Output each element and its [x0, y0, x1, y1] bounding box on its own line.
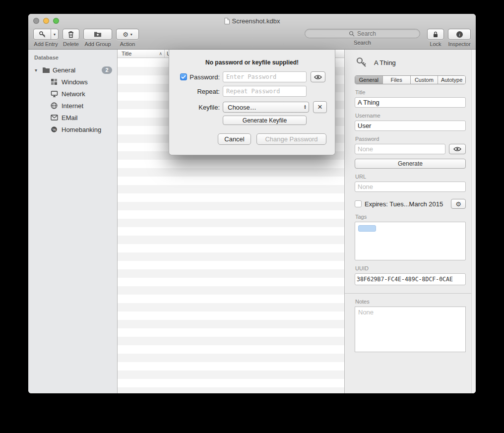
tags-box[interactable] — [355, 222, 466, 260]
trash-icon — [67, 31, 74, 38]
inspector-tabs: General Files Custom Autotype — [355, 75, 466, 84]
sidebar: Database ▾ General 2 Windows Network — [28, 50, 118, 393]
change-password-sheet: No password or keyfile supplied! Passwor… — [169, 50, 335, 155]
sheet-repeat-row: Repeat: — [169, 86, 335, 97]
key-icon — [356, 57, 368, 68]
generate-password-button[interactable]: Generate — [355, 159, 466, 169]
password-field[interactable] — [355, 144, 445, 154]
show-password-button[interactable] — [311, 71, 325, 82]
uuid-label: UUID — [355, 265, 466, 271]
inspector-scrollbar[interactable] — [471, 50, 476, 393]
cancel-button[interactable]: Cancel — [218, 133, 251, 145]
divider — [345, 293, 476, 294]
lock-icon — [432, 31, 439, 38]
show-password-button[interactable] — [449, 144, 466, 154]
check-icon — [181, 75, 186, 79]
info-icon: i — [456, 31, 463, 38]
eye-icon — [314, 74, 322, 80]
expires-label: Expires: Tues...March 2015 — [365, 200, 443, 208]
sidebar-item-label: Windows — [62, 78, 88, 86]
stepper-arrows-icon: ▲▼ — [304, 105, 307, 110]
repeat-password-field[interactable] — [223, 86, 307, 97]
username-label: Username — [355, 113, 466, 119]
envelope-icon — [50, 114, 58, 122]
titlebar: Screenshot.kdbx — [28, 14, 476, 28]
window-chrome: Screenshot.kdbx ▾ Add Entry — [28, 14, 476, 50]
toolbar-item-delete: Delete — [63, 29, 79, 47]
uuid-field[interactable] — [355, 273, 466, 285]
close-button[interactable] — [33, 18, 39, 24]
add-group-button[interactable] — [83, 29, 112, 40]
toolbar-item-action: ⚙ ▾ Action — [116, 29, 139, 47]
gear-icon: ⚙ — [455, 201, 461, 207]
lock-button[interactable] — [427, 29, 444, 40]
title-field[interactable] — [355, 97, 466, 108]
sidebar-item-general[interactable]: ▾ General 2 — [28, 64, 117, 76]
disclosure-triangle-icon[interactable]: ▾ — [35, 67, 40, 73]
add-entry-dropdown-arrow[interactable]: ▾ — [51, 29, 58, 39]
tab-custom[interactable]: Custom — [411, 76, 439, 84]
sheet-keyfile-row: Keyfile: Choose… ▲▼ × — [169, 101, 335, 113]
group-count-badge: 2 — [102, 66, 112, 74]
notes-field[interactable]: None — [355, 307, 466, 352]
svg-text:%: % — [52, 127, 56, 132]
toolbar-item-add-group: Add Group — [83, 29, 112, 47]
password-label: Password — [355, 136, 466, 142]
search-placeholder: Search — [357, 30, 376, 37]
url-field[interactable] — [355, 182, 466, 192]
sort-ascending-icon: ∧ — [159, 51, 162, 56]
toolbar-item-inspector: i Inspector — [448, 29, 471, 47]
add-entry-button[interactable]: ▾ — [33, 29, 59, 40]
globe-icon — [50, 102, 58, 110]
search-icon — [349, 31, 355, 37]
folder-icon — [42, 66, 50, 74]
minimize-button[interactable] — [43, 18, 49, 24]
password-checkbox[interactable] — [180, 73, 187, 80]
notes-label: Notes — [355, 299, 466, 305]
sidebar-item-label: General — [53, 66, 75, 74]
tab-autotype[interactable]: Autotype — [438, 76, 465, 84]
keyfile-dropdown[interactable]: Choose… ▲▼ — [223, 102, 309, 113]
inspector-button[interactable]: i — [448, 29, 471, 40]
change-password-button[interactable]: Change Password — [256, 133, 326, 145]
username-field[interactable] — [355, 121, 466, 131]
coin-percent-icon: % — [50, 125, 58, 133]
sidebar-item-label: Network — [62, 90, 85, 98]
sidebar-item-homebanking[interactable]: % Homebanking — [28, 124, 117, 135]
windows-grid-icon — [50, 78, 58, 86]
sidebar-item-label: EMail — [62, 114, 78, 122]
search-input[interactable]: Search — [305, 29, 420, 38]
sheet-message: No password or keyfile supplied! — [169, 59, 335, 66]
password-row — [355, 144, 466, 154]
url-label: URL — [355, 174, 466, 180]
window-title: Screenshot.kdbx — [224, 17, 280, 25]
title-label: Title — [355, 89, 466, 95]
sidebar-item-label: Internet — [62, 102, 83, 110]
sheet-keyfile-label: Keyfile: — [198, 104, 220, 111]
delete-button[interactable] — [63, 29, 79, 40]
expires-checkbox[interactable] — [355, 200, 362, 207]
traffic-lights — [33, 18, 59, 24]
tab-general[interactable]: General — [355, 76, 383, 84]
document-icon — [224, 18, 230, 24]
app-window: Screenshot.kdbx ▾ Add Entry — [28, 14, 476, 393]
enter-password-field[interactable] — [223, 71, 307, 82]
zoom-button[interactable] — [53, 18, 59, 24]
toolbar-item-lock: Lock — [427, 29, 444, 47]
sheet-password-label: Password: — [189, 73, 220, 81]
tag-chip[interactable] — [358, 225, 376, 232]
sidebar-item-windows[interactable]: Windows — [28, 76, 117, 88]
tab-files[interactable]: Files — [383, 76, 411, 84]
expires-settings-button[interactable]: ⚙ — [451, 199, 466, 209]
gear-icon: ⚙ — [123, 31, 128, 38]
action-button[interactable]: ⚙ ▾ — [116, 29, 139, 40]
column-header-title[interactable]: Title ∧ — [118, 50, 165, 58]
sidebar-item-email[interactable]: EMail — [28, 112, 117, 124]
folder-plus-icon — [94, 31, 102, 38]
inspector-content: A Thing General Files Custom Autotype Ti… — [345, 50, 476, 352]
monitor-icon — [50, 90, 58, 98]
clear-keyfile-button[interactable]: × — [313, 101, 327, 113]
sidebar-item-internet[interactable]: Internet — [28, 100, 117, 112]
generate-keyfile-button[interactable]: Generate Keyfile — [223, 116, 307, 125]
sidebar-item-network[interactable]: Network — [28, 88, 117, 100]
